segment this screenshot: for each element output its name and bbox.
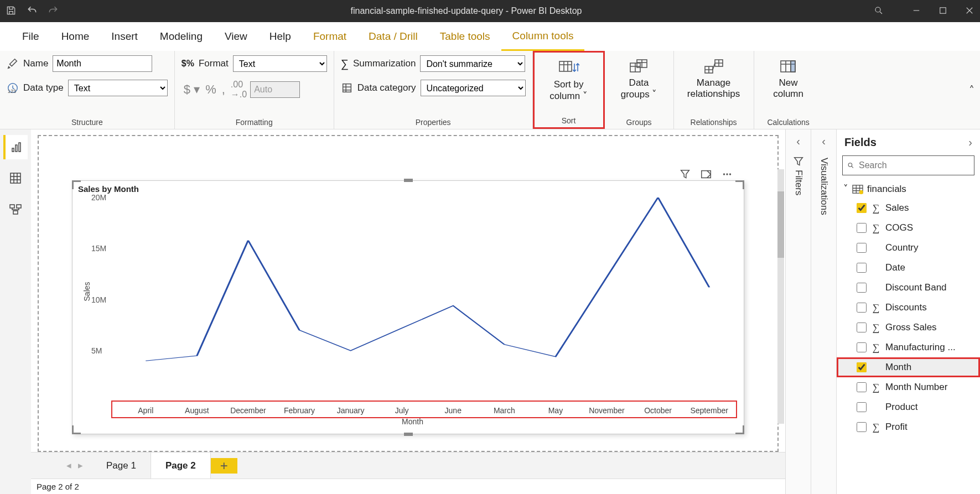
prev-page-icon[interactable]: ◂: [66, 460, 71, 471]
canvas-scrollbar[interactable]: [777, 169, 784, 424]
svg-rect-12: [12, 148, 14, 152]
page-tab[interactable]: Page 1: [92, 453, 151, 479]
field-row[interactable]: ∑Month: [837, 357, 980, 377]
field-checkbox[interactable]: [857, 323, 867, 332]
chevron-right-icon[interactable]: ›: [968, 136, 972, 149]
field-checkbox[interactable]: [857, 422, 867, 432]
datatype-select[interactable]: Text: [68, 80, 168, 96]
data-groups-button[interactable]: Datagroups ˅: [611, 55, 667, 102]
report-canvas[interactable]: Sales by Month Sales 20M15M10M5M AprilAu…: [38, 135, 779, 452]
decimal-icon[interactable]: .00→.0: [229, 80, 249, 100]
title-bar: financial-sample-finished-update-query -…: [0, 0, 980, 22]
svg-point-25: [859, 190, 863, 194]
manage-relationships-button[interactable]: Managerelationships: [681, 55, 747, 102]
svg-text:123: 123: [8, 89, 16, 94]
field-checkbox[interactable]: [857, 243, 867, 253]
svg-point-23: [848, 163, 852, 167]
minimize-icon[interactable]: [911, 6, 921, 17]
page-tab[interactable]: Page 2: [151, 453, 211, 479]
field-name: Sales: [885, 202, 909, 214]
field-row[interactable]: ∑Month Number: [837, 377, 980, 397]
collapse-ribbon-icon[interactable]: ˄: [969, 84, 974, 97]
fields-search-input[interactable]: [859, 160, 969, 170]
chevron-left-icon[interactable]: ‹: [822, 135, 826, 148]
filters-pane-collapsed[interactable]: ‹ Filters: [785, 129, 811, 494]
svg-rect-4: [343, 84, 351, 92]
filters-pane-label: Filters: [793, 170, 804, 195]
field-row[interactable]: ∑Product: [837, 397, 980, 417]
ribbon-group-sort: Sort bycolumn ˅ Sort: [533, 51, 605, 129]
ribbon-group-calculations: Newcolumn Calculations: [754, 51, 823, 129]
svg-point-20: [724, 174, 725, 175]
new-column-button[interactable]: Newcolumn: [761, 55, 816, 102]
field-checkbox[interactable]: [857, 203, 867, 213]
sigma-icon: ∑: [871, 342, 881, 353]
chevron-down-icon: ˅: [843, 183, 848, 195]
close-icon[interactable]: [965, 6, 974, 17]
menu-data-drill[interactable]: Data / Drill: [357, 22, 429, 51]
field-row[interactable]: ∑COGS: [837, 218, 980, 238]
redo-icon[interactable]: [48, 5, 59, 18]
field-row[interactable]: ∑Manufacturing ...: [837, 337, 980, 357]
field-checkbox[interactable]: [857, 263, 867, 273]
menu-column-tools[interactable]: Column tools: [501, 22, 585, 51]
svg-point-21: [727, 174, 728, 175]
summarization-select[interactable]: Don't summarize: [420, 55, 525, 72]
field-row[interactable]: ∑Profit: [837, 417, 980, 437]
field-checkbox[interactable]: [857, 223, 867, 233]
page-tab-bar: ◂ ▸ Page 1Page 2 +: [31, 452, 785, 479]
visualizations-pane-label: Visualizations: [818, 158, 829, 215]
left-view-rail: [0, 129, 31, 494]
fields-table-header[interactable]: ˅ financials: [837, 180, 980, 198]
next-page-icon[interactable]: ▸: [78, 460, 83, 471]
ribbon: Name 123 Data type Text Structure $% For…: [0, 51, 980, 129]
menu-modeling[interactable]: Modeling: [149, 22, 214, 51]
field-row[interactable]: ∑Date: [837, 258, 980, 278]
field-row[interactable]: ∑Discount Band: [837, 278, 980, 298]
percent-icon[interactable]: %: [203, 82, 219, 97]
model-view-icon[interactable]: [3, 197, 28, 221]
menu-view[interactable]: View: [214, 22, 258, 51]
fields-search[interactable]: [842, 155, 974, 175]
field-checkbox[interactable]: [857, 382, 867, 392]
field-checkbox[interactable]: [857, 362, 867, 372]
save-icon[interactable]: [6, 5, 17, 18]
field-checkbox[interactable]: [857, 283, 867, 293]
add-page-button[interactable]: +: [211, 458, 237, 474]
undo-icon[interactable]: [27, 5, 38, 18]
line-chart-visual[interactable]: Sales by Month Sales 20M15M10M5M AprilAu…: [72, 180, 744, 434]
datacat-select[interactable]: Uncategorized: [421, 80, 526, 96]
field-checkbox[interactable]: [857, 402, 867, 412]
group-label-groups: Groups: [611, 118, 667, 127]
field-row[interactable]: ∑Gross Sales: [837, 318, 980, 337]
svg-point-0: [875, 7, 880, 12]
sort-by-column-button[interactable]: Sort bycolumn ˅: [541, 57, 597, 104]
table-name: financials: [867, 184, 906, 195]
menu-insert[interactable]: Insert: [100, 22, 149, 51]
report-view-icon[interactable]: [3, 135, 28, 159]
field-checkbox[interactable]: [857, 303, 867, 313]
svg-rect-19: [702, 171, 711, 178]
menu-home[interactable]: Home: [50, 22, 101, 51]
maximize-icon[interactable]: [938, 6, 948, 17]
menu-file[interactable]: File: [11, 22, 50, 51]
data-view-icon[interactable]: [3, 166, 28, 190]
chevron-left-icon[interactable]: ‹: [796, 135, 800, 148]
search-icon[interactable]: [874, 6, 884, 17]
field-name: Manufacturing ...: [885, 342, 956, 353]
name-input[interactable]: [53, 55, 152, 72]
visualizations-pane-collapsed[interactable]: ‹ Visualizations: [811, 129, 836, 494]
field-row[interactable]: ∑Sales: [837, 198, 980, 218]
currency-icon[interactable]: $ ▾: [182, 82, 202, 97]
svg-rect-17: [17, 205, 21, 208]
menu-help[interactable]: Help: [258, 22, 302, 51]
fields-pane-label: Fields: [844, 136, 877, 149]
field-checkbox[interactable]: [857, 342, 867, 352]
field-row[interactable]: ∑Country: [837, 238, 980, 258]
format-select[interactable]: Text: [233, 55, 327, 72]
window-title: financial-sample-finished-update-query -…: [59, 6, 874, 16]
comma-icon[interactable]: ,: [220, 82, 227, 97]
menu-format[interactable]: Format: [302, 22, 357, 51]
field-row[interactable]: ∑Discounts: [837, 298, 980, 318]
menu-table-tools[interactable]: Table tools: [429, 22, 501, 51]
